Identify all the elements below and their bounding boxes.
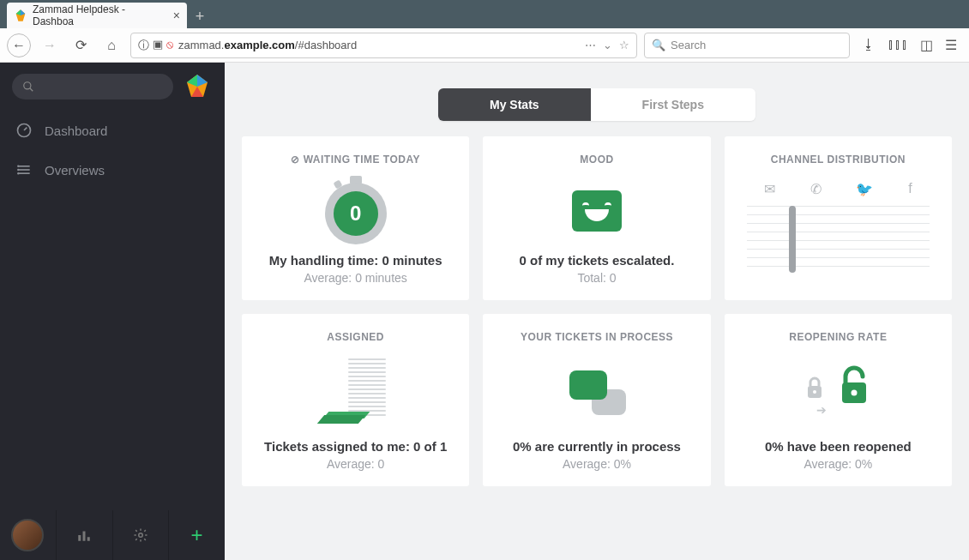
sidebar-search-input[interactable] <box>12 74 173 99</box>
svg-point-15 <box>17 169 20 172</box>
card-line1: 0% are currently in process <box>497 439 696 454</box>
card-line2: Average: 0% <box>497 457 696 471</box>
chat-bubbles-icon <box>566 367 628 418</box>
library-icon[interactable]: ⫿⫿⫿ <box>888 37 908 53</box>
card-title: MOOD <box>497 154 696 166</box>
svg-rect-17 <box>78 535 81 541</box>
browser-tab-strip: Zammad Helpdesk - Dashboa × + <box>0 0 969 28</box>
card-line1: My handling time: 0 minutes <box>256 253 455 268</box>
forward-button: → <box>38 33 62 57</box>
mail-icon: ✉ <box>764 181 775 197</box>
twitter-icon: 🐦 <box>856 181 873 197</box>
stopwatch-icon: 0 <box>322 178 389 244</box>
search-icon <box>22 81 34 93</box>
url-text: zammad.example.com/#dashboard <box>178 39 580 51</box>
browser-tab[interactable]: Zammad Helpdesk - Dashboa × <box>7 3 187 28</box>
card-title: ASSIGNED <box>256 331 455 343</box>
svg-rect-18 <box>83 532 86 541</box>
sidebar: Dashboard Overviews + <box>0 63 225 560</box>
browser-toolbar: ← → ⟳ ⌂ ⓘ ▣ ⦸ zammad.example.com/#dashbo… <box>0 28 969 63</box>
dashboard-tabs: My Stats First Steps <box>438 88 755 121</box>
sidebar-item-label: Dashboard <box>45 123 107 138</box>
card-line2: Average: 0 <box>256 457 455 471</box>
plus-icon: + <box>191 523 203 547</box>
url-bar[interactable]: ⓘ ▣ ⦸ zammad.example.com/#dashboard ⋯ ⌄ … <box>130 33 637 58</box>
sidebar-icon[interactable]: ◫ <box>920 37 933 53</box>
svg-line-10 <box>24 128 27 130</box>
avatar <box>11 519 44 551</box>
smile-bubble-icon <box>572 190 622 232</box>
card-title: ⊘ WAITING TIME TODAY <box>256 154 455 166</box>
card-title: YOUR TICKETS IN PROCESS <box>497 331 696 343</box>
card-line1: Tickets assigned to me: 0 of 1 <box>256 439 455 454</box>
back-button[interactable]: ← <box>7 33 31 57</box>
bookmark-icon[interactable]: ☆ <box>619 39 629 51</box>
browser-search[interactable]: 🔍 Search <box>644 33 850 58</box>
add-button[interactable]: + <box>169 510 225 560</box>
zammad-logo-icon <box>182 71 213 102</box>
home-button[interactable]: ⌂ <box>99 33 123 57</box>
card-line2: Total: 0 <box>497 271 696 285</box>
more-icon[interactable]: ⋯ <box>585 39 596 51</box>
search-icon: 🔍 <box>652 39 665 51</box>
svg-point-16 <box>17 172 20 175</box>
reader-icon[interactable]: ▣ <box>153 38 163 53</box>
card-title: REOPENING RATE <box>738 331 938 343</box>
stats-button[interactable] <box>57 510 113 560</box>
card-line1: 0 of my tickets escalated. <box>497 253 696 268</box>
svg-point-3 <box>24 82 31 89</box>
card-line1: 0% have been reopened <box>738 439 938 454</box>
card-line2: Average: 0% <box>738 457 938 471</box>
card-assigned: ASSIGNED Tickets assigned to me: 0 of 1 … <box>242 314 469 486</box>
sidebar-item-label: Overviews <box>45 163 105 178</box>
svg-rect-19 <box>87 537 90 541</box>
svg-point-22 <box>813 390 816 394</box>
card-waiting-time: ⊘ WAITING TIME TODAY 0 My handling time:… <box>242 136 469 300</box>
svg-point-14 <box>17 166 20 168</box>
pocket-icon[interactable]: ⌄ <box>603 39 612 51</box>
facebook-icon: f <box>908 181 912 197</box>
tracking-icon[interactable]: ⦸ <box>166 38 173 53</box>
card-tickets-in-process: YOUR TICKETS IN PROCESS 0% are currently… <box>483 314 710 486</box>
svg-point-20 <box>139 533 143 538</box>
search-placeholder: Search <box>671 39 706 51</box>
locks-icon: ➔ <box>804 365 871 420</box>
waiting-value: 0 <box>334 191 378 236</box>
downloads-icon[interactable]: ⭳ <box>862 37 876 53</box>
sidebar-item-overviews[interactable]: Overviews <box>0 150 225 190</box>
card-channel-distribution: CHANNEL DISTRIBUTION ✉ ✆ 🐦 f <box>725 136 952 300</box>
close-tab-icon[interactable]: × <box>173 9 180 22</box>
card-reopening-rate: REOPENING RATE ➔ 0% have been reopened A… <box>725 314 952 486</box>
phone-icon: ✆ <box>810 181 822 197</box>
menu-icon[interactable]: ☰ <box>945 37 957 53</box>
card-title: CHANNEL DISTRIBUTION <box>738 154 938 166</box>
sidebar-item-dashboard[interactable]: Dashboard <box>0 111 225 150</box>
card-mood: MOOD 0 of my tickets escalated. Total: 0 <box>483 136 710 300</box>
bars-icon <box>76 527 92 543</box>
reload-button[interactable]: ⟳ <box>69 33 93 57</box>
site-info-icons: ⓘ ▣ ⦸ <box>138 38 173 53</box>
channel-chart <box>747 206 930 273</box>
settings-button[interactable] <box>113 510 170 560</box>
main-content: My Stats First Steps ⊘ WAITING TIME TODA… <box>225 63 969 560</box>
avatar-button[interactable] <box>0 510 57 560</box>
svg-point-24 <box>852 390 858 396</box>
tab-title: Zammad Helpdesk - Dashboa <box>33 3 168 27</box>
new-tab-button[interactable]: + <box>187 4 213 28</box>
card-line2: Average: 0 minutes <box>256 271 455 285</box>
list-icon <box>15 161 33 178</box>
tab-first-steps[interactable]: First Steps <box>591 88 755 121</box>
tab-my-stats[interactable]: My Stats <box>438 88 591 121</box>
arrow-icon: ➔ <box>816 403 827 417</box>
favicon-icon <box>14 9 27 22</box>
paper-stack-icon <box>317 355 394 431</box>
svg-line-4 <box>30 88 33 92</box>
gear-icon <box>133 527 148 543</box>
gauge-icon <box>15 122 33 139</box>
info-icon[interactable]: ⓘ <box>138 38 149 53</box>
